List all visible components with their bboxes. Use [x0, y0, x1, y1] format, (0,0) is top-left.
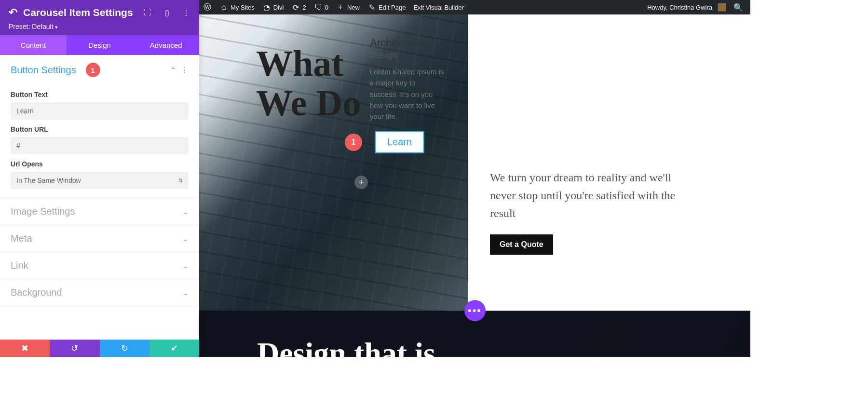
section-header-link[interactable]: Link ⌄ [0, 252, 199, 279]
tab-content[interactable]: Content [0, 35, 67, 55]
add-module-button[interactable]: + [354, 176, 368, 189]
card-subtitle: Design [370, 50, 445, 60]
section-title-link: Link [11, 260, 183, 271]
search-icon: 🔍 [734, 3, 743, 12]
plus-icon: + [359, 178, 364, 188]
search-item[interactable]: 🔍 [730, 0, 746, 14]
pencil-icon: ✎ [367, 3, 376, 12]
tagline-block: We turn your dream to reality and we'll … [490, 169, 697, 255]
card-title: Architecture [370, 37, 445, 49]
dots-icon: ••• [468, 304, 482, 317]
label-url-opens: Url Opens [11, 160, 189, 168]
input-button-url[interactable] [11, 137, 189, 154]
section-background: Background ⌄ [0, 279, 199, 306]
section-title-meta: Meta [11, 233, 183, 244]
section-header-meta[interactable]: Meta ⌄ [0, 225, 199, 252]
tab-design[interactable]: Design [67, 35, 133, 55]
hero-row: What We Do Architecture Design Lorem Kha… [199, 14, 750, 311]
settings-body: Button Settings 1 ⌄ ⋮ Button Text Button… [0, 55, 199, 340]
wp-admin-bar: ⓦ ⌂My Sites ◔Divi ⟳2 🗨0 +New ✎Edit Page … [199, 0, 750, 14]
panel-title: Carousel Item Settings [23, 7, 137, 18]
section-header-image[interactable]: Image Settings ⌄ [0, 198, 199, 225]
wp-logo-item[interactable]: ⓦ [199, 0, 216, 14]
headline-line2: We Do [256, 83, 361, 123]
my-sites-item[interactable]: ⌂My Sites [216, 0, 258, 14]
responsive-icon[interactable]: ▯ [163, 8, 171, 17]
preset-dropdown[interactable]: Preset: Default [9, 23, 190, 30]
updates-item[interactable]: ⟳2 [288, 0, 310, 14]
panel-header: ↶ Carousel Item Settings ⛶ ▯ ⋮ Preset: D… [0, 0, 199, 35]
label-button-url: Button URL [11, 125, 189, 133]
close-icon: ✖ [21, 343, 28, 354]
dark-headline: Design that is [257, 336, 435, 357]
wp-bar-right: Howdy, Christina Gwira 🔍 [643, 0, 750, 14]
updates-count: 2 [303, 4, 306, 11]
exit-vb-label: Exit Visual Builder [413, 4, 464, 11]
badge-1: 1 [86, 63, 100, 77]
back-arrow-icon[interactable]: ↶ [9, 6, 17, 19]
headline-line1: What [256, 43, 361, 83]
divi-item[interactable]: ◔Divi [258, 0, 288, 14]
tagline-text: We turn your dream to reality and we'll … [490, 169, 697, 223]
wordpress-icon: ⓦ [203, 3, 212, 12]
section-meta: Meta ⌄ [0, 225, 199, 252]
avatar [718, 3, 726, 12]
edit-page-label: Edit Page [379, 4, 406, 11]
hero-headline: What We Do [256, 43, 361, 123]
exit-vb-item[interactable]: Exit Visual Builder [409, 0, 468, 14]
settings-sidebar: ↶ Carousel Item Settings ⛶ ▯ ⋮ Preset: D… [0, 0, 199, 357]
comment-icon: 🗨 [314, 3, 323, 12]
plus-icon: + [336, 3, 345, 12]
section-title-button: Button Settings [11, 65, 81, 76]
discard-button[interactable]: ✖ [0, 340, 50, 357]
section-button-settings: Button Settings 1 ⌄ ⋮ Button Text Button… [0, 55, 199, 198]
panel-icons: ⛶ ▯ ⋮ [143, 8, 190, 17]
refresh-icon: ⟳ [292, 3, 300, 12]
quote-button[interactable]: Get a Quote [490, 234, 553, 255]
fullscreen-icon[interactable]: ⛶ [143, 8, 152, 17]
redo-icon: ↻ [121, 343, 128, 354]
section-header-button[interactable]: Button Settings 1 ⌄ ⋮ [0, 55, 199, 85]
kebab-icon[interactable]: ⋮ [182, 8, 190, 17]
select-url-opens-wrap: In The Same Window ⇅ [11, 172, 189, 189]
panel-title-row: ↶ Carousel Item Settings ⛶ ▯ ⋮ [9, 6, 190, 19]
chevron-down-icon: ⌄ [183, 235, 189, 243]
comments-count: 0 [325, 4, 328, 11]
page-preview: What We Do Architecture Design Lorem Kha… [199, 14, 750, 357]
comments-item[interactable]: 🗨0 [310, 0, 332, 14]
gauge-icon: ◔ [262, 3, 271, 12]
check-icon: ✔ [171, 343, 178, 354]
section-header-background[interactable]: Background ⌄ [0, 279, 199, 306]
section-link: Link ⌄ [0, 252, 199, 279]
home-icon: ⌂ [219, 3, 228, 12]
label-button-text: Button Text [11, 91, 189, 98]
section-content-button: Button Text Button URL Url Opens In The … [0, 91, 199, 198]
undo-button[interactable]: ↺ [50, 340, 99, 357]
chevron-down-icon: ⌄ [170, 66, 176, 74]
chevron-down-icon: ⌄ [183, 262, 189, 270]
new-item[interactable]: +New [332, 0, 364, 14]
wp-bar-left: ⓦ ⌂My Sites ◔Divi ⟳2 🗨0 +New ✎Edit Page … [199, 0, 468, 14]
footer-actions: ✖ ↺ ↻ ✔ [0, 340, 199, 357]
services-card: Architecture Design Lorem Khaled Ipsum i… [370, 37, 445, 153]
howdy-item[interactable]: Howdy, Christina Gwira [643, 0, 730, 14]
divi-label: Divi [273, 4, 284, 11]
new-label: New [347, 4, 360, 11]
redo-button[interactable]: ↻ [100, 340, 149, 357]
edit-page-item[interactable]: ✎Edit Page [364, 0, 409, 14]
card-button-wrap: 1 Learn [370, 131, 445, 153]
undo-icon: ↺ [71, 343, 78, 354]
tab-advanced[interactable]: Advanced [133, 35, 199, 55]
howdy-label: Howdy, Christina Gwira [647, 4, 712, 11]
section-settings-fab[interactable]: ••• [464, 300, 486, 321]
section-image-settings: Image Settings ⌄ [0, 198, 199, 225]
select-url-opens[interactable]: In The Same Window [11, 172, 189, 189]
section-kebab-icon[interactable]: ⋮ [181, 66, 189, 75]
badge-preview: 1 [345, 134, 362, 151]
settings-tabs: Content Design Advanced [0, 35, 199, 55]
input-button-text[interactable] [11, 102, 189, 120]
learn-button[interactable]: Learn [375, 131, 424, 153]
chevron-down-icon: ⌄ [183, 289, 189, 297]
section-title-background: Background [11, 287, 183, 298]
save-button[interactable]: ✔ [149, 340, 199, 357]
